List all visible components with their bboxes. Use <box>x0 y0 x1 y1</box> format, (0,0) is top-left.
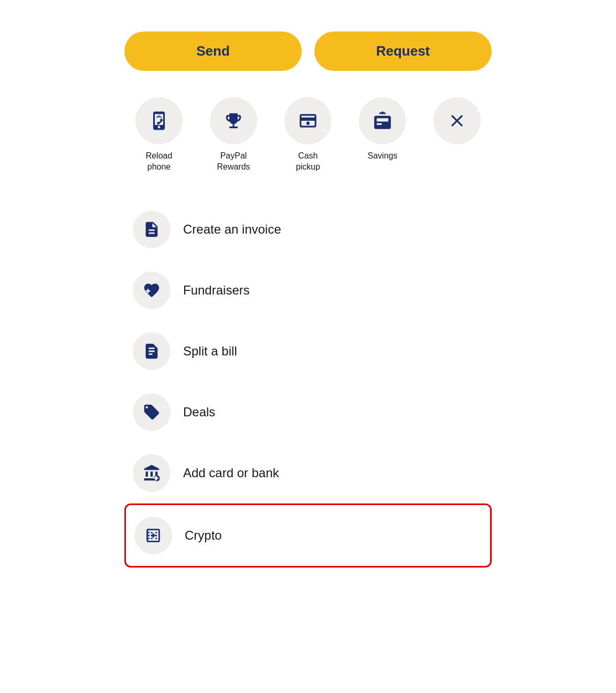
savings-icon <box>373 111 392 131</box>
fundraisers-icon <box>143 281 161 299</box>
paypal-rewards-circle <box>210 97 257 144</box>
list-items: Create an invoice Fundraisers Split a bi… <box>124 199 492 568</box>
close-circle <box>433 97 481 144</box>
top-buttons: Send Request <box>124 32 492 71</box>
deals-circle <box>133 393 171 431</box>
split-bill-icon <box>143 342 161 360</box>
fundraisers-circle <box>133 271 171 309</box>
quick-action-savings[interactable]: Savings <box>348 97 417 162</box>
reload-phone-circle <box>135 97 183 144</box>
send-button[interactable]: Send <box>124 32 302 71</box>
list-item-deals[interactable]: Deals <box>124 382 492 443</box>
quick-action-reload-phone[interactable]: Reloadphone <box>124 97 194 173</box>
request-button[interactable]: Request <box>314 32 492 71</box>
svg-rect-5 <box>153 533 154 538</box>
cash-pickup-circle <box>284 97 332 144</box>
close-icon <box>447 111 467 131</box>
svg-point-0 <box>306 122 310 125</box>
paypal-rewards-label: PayPalRewards <box>217 151 250 173</box>
quick-action-paypal-rewards[interactable]: PayPalRewards <box>199 97 268 173</box>
add-bank-icon <box>143 464 161 482</box>
quick-action-cash-pickup[interactable]: Cashpickup <box>273 97 343 173</box>
create-invoice-circle <box>133 211 171 248</box>
crypto-icon <box>144 527 162 544</box>
split-bill-circle <box>133 332 171 370</box>
cash-pickup-label: Cashpickup <box>296 151 320 173</box>
svg-rect-2 <box>381 112 384 113</box>
reload-phone-icon <box>149 111 169 131</box>
split-bill-label: Split a bill <box>183 344 237 359</box>
main-container: Send Request Reloadphone <box>124 32 492 568</box>
quick-actions-row: Reloadphone PayPalRewards Cashpickup <box>124 97 492 173</box>
trophy-icon <box>224 111 243 131</box>
fundraisers-label: Fundraisers <box>183 283 250 298</box>
list-item-create-invoice[interactable]: Create an invoice <box>124 199 492 260</box>
savings-circle <box>359 97 406 144</box>
invoice-icon <box>143 220 161 238</box>
list-item-crypto[interactable]: Crypto <box>124 503 492 568</box>
list-item-add-card-bank[interactable]: Add card or bank <box>124 443 492 503</box>
add-bank-circle <box>133 454 171 492</box>
crypto-circle <box>134 517 172 554</box>
crypto-label: Crypto <box>185 528 222 543</box>
cash-pickup-icon <box>298 111 318 131</box>
list-item-fundraisers[interactable]: Fundraisers <box>124 260 492 321</box>
deals-label: Deals <box>183 405 215 419</box>
reload-phone-label: Reloadphone <box>146 151 173 173</box>
deals-icon <box>143 403 161 421</box>
create-invoice-label: Create an invoice <box>183 222 281 237</box>
list-item-split-bill[interactable]: Split a bill <box>124 321 492 382</box>
add-card-bank-label: Add card or bank <box>183 466 279 480</box>
quick-action-close[interactable] <box>422 97 492 151</box>
savings-label: Savings <box>368 151 398 162</box>
